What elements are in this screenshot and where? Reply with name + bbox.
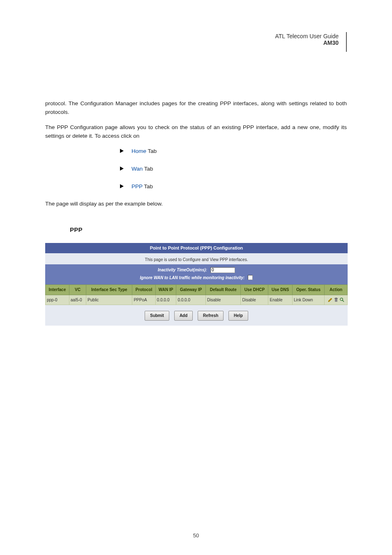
submit-button[interactable]: Submit <box>145 311 169 321</box>
ignore-wan-lan-row: Ignore WAN to LAN traffic while monitori… <box>49 275 344 281</box>
bullet-text: Wan Tab <box>131 165 153 173</box>
magnify-icon[interactable] <box>339 297 344 302</box>
col-wan-ip: WAN IP <box>155 285 176 295</box>
inactivity-timeout-label: Inactivity TimeOut(mins): <box>158 267 207 273</box>
table-row: ppp-0 aal5-0 Public PPPoA 0.0.0.0 0.0.0.… <box>46 295 348 305</box>
ppp-table: Interface VC Interface Sec Type Protocol… <box>45 284 348 305</box>
help-button[interactable]: Help <box>228 311 248 321</box>
edit-icon[interactable] <box>328 297 333 302</box>
ppp-options: Inactivity TimeOut(mins): Ignore WAN to … <box>45 264 348 284</box>
svg-marker-0 <box>120 149 124 153</box>
col-action: Action <box>325 285 348 295</box>
ignore-wan-lan-label: Ignore WAN to LAN traffic while monitori… <box>140 275 245 281</box>
col-gateway-ip: Gateway IP <box>176 285 206 295</box>
col-sec-type: Interface Sec Type <box>86 285 132 295</box>
cell-status: Link Down <box>292 295 324 305</box>
col-protocol: Protocol <box>132 285 155 295</box>
cell-protocol: PPPoA <box>132 295 155 305</box>
svg-rect-4 <box>334 298 338 299</box>
cell-gw-ip: 0.0.0.0 <box>176 295 206 305</box>
cell-sec: Public <box>86 295 132 305</box>
nav-bullets: Home Tab Wan Tab PPP Tab <box>119 147 347 191</box>
trash-icon[interactable] <box>334 297 339 302</box>
ppp-table-header-row: Interface VC Interface Sec Type Protocol… <box>46 285 348 295</box>
triangle-icon <box>119 184 124 189</box>
bullet-wan: Wan Tab <box>119 165 347 173</box>
intro-para-2: The PPP Configuration page allows you to… <box>45 123 347 141</box>
ppp-config-panel: Point to Point Protocol (PPP) Configurat… <box>45 243 348 326</box>
ppp-title: Point to Point Protocol (PPP) Configurat… <box>45 243 348 253</box>
inactivity-timeout-input[interactable] <box>210 267 235 273</box>
triangle-icon <box>119 148 124 153</box>
intro-para-3: The page will display as per the example… <box>45 200 347 208</box>
svg-line-7 <box>342 301 344 302</box>
ppp-subtitle: This page is used to Configure and View … <box>45 253 348 265</box>
col-use-dns: Use DNS <box>268 285 292 295</box>
cell-usedhcp: Disable <box>241 295 268 305</box>
bullet-ppp: PPP Tab <box>119 183 347 191</box>
bullet-home: Home Tab <box>119 147 347 156</box>
add-button[interactable]: Add <box>174 311 193 321</box>
col-oper-status: Oper. Status <box>292 285 324 295</box>
header-separator <box>346 32 347 52</box>
refresh-button[interactable]: Refresh <box>198 311 224 321</box>
cell-interface: ppp-0 <box>46 295 69 305</box>
intro-para-1: protocol. The Configuration Manager incl… <box>45 99 347 117</box>
cell-usedns: Enable <box>268 295 292 305</box>
body-content: protocol. The Configuration Manager incl… <box>45 99 347 326</box>
cell-wan-ip: 0.0.0.0 <box>155 295 176 305</box>
col-vc: VC <box>69 285 86 295</box>
section-label-ppp: PPP <box>70 225 347 234</box>
ppp-button-row: Submit Add Refresh Help <box>45 305 348 326</box>
ignore-wan-lan-checkbox[interactable] <box>248 275 253 280</box>
col-interface: Interface <box>46 285 69 295</box>
cell-vc: aal5-0 <box>69 295 86 305</box>
inactivity-timeout-row: Inactivity TimeOut(mins): <box>49 267 344 273</box>
svg-marker-1 <box>120 166 124 171</box>
svg-rect-5 <box>335 298 337 298</box>
col-use-dhcp: Use DHCP <box>241 285 268 295</box>
bullet-text: Home Tab <box>131 147 157 156</box>
col-default-route: Default Route <box>206 285 241 295</box>
header-line1: ATL Telecom User Guide <box>45 33 339 39</box>
page-number: 50 <box>0 532 392 539</box>
triangle-icon <box>119 166 124 171</box>
cell-defroute: Disable <box>206 295 241 305</box>
header-line2: AM30 <box>45 39 339 46</box>
bullet-text: PPP Tab <box>131 183 153 191</box>
cell-action <box>325 295 348 305</box>
svg-marker-2 <box>120 184 124 188</box>
svg-rect-3 <box>335 298 337 302</box>
page-header: ATL Telecom User Guide AM30 <box>45 33 347 46</box>
svg-point-6 <box>340 298 342 301</box>
